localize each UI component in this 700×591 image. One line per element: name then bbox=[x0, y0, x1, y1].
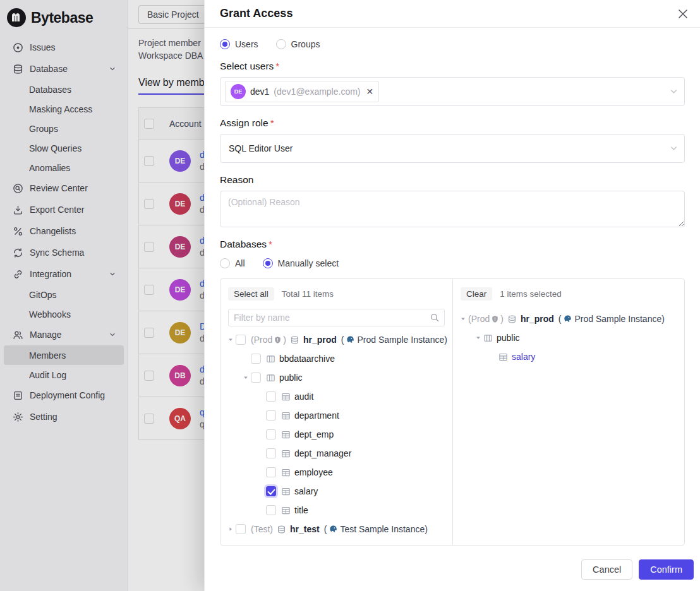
tree-node-public[interactable]: public bbox=[220, 368, 452, 387]
tree-node-audit[interactable]: audit bbox=[220, 387, 452, 406]
schema-icon bbox=[483, 333, 493, 343]
tree-node-hr-test[interactable]: (Test)hr_test(Test Sample Instance) bbox=[220, 520, 452, 539]
checkbox[interactable] bbox=[266, 429, 276, 439]
node-label: public bbox=[497, 333, 520, 343]
radio-all-control[interactable] bbox=[220, 258, 230, 268]
radio-manually-select[interactable]: Manually select bbox=[263, 258, 339, 268]
caret-right-icon[interactable] bbox=[226, 524, 236, 534]
postgres-icon bbox=[563, 314, 572, 324]
cancel-button[interactable]: Cancel bbox=[581, 559, 632, 580]
tree-node-hr-prod[interactable]: (Prod)hr_prod(Prod Sample Instance) bbox=[220, 330, 452, 349]
modal-title: Grant Access bbox=[220, 7, 293, 20]
database-icon bbox=[290, 335, 299, 345]
radio-users[interactable]: Users bbox=[220, 39, 258, 49]
checkbox[interactable] bbox=[266, 467, 276, 477]
radio-all[interactable]: All bbox=[220, 258, 245, 268]
caret-down-icon[interactable] bbox=[241, 373, 251, 383]
caret-down-icon[interactable] bbox=[458, 314, 468, 324]
selected-items-count: 1 items selected bbox=[500, 289, 562, 299]
node-label: hr_prod bbox=[303, 335, 337, 345]
environment-label: (Prod) bbox=[251, 335, 286, 345]
shield-icon bbox=[491, 315, 499, 323]
node-label: hr_prod bbox=[521, 314, 554, 324]
tree-node-dept-emp[interactable]: dept_emp bbox=[220, 425, 452, 444]
environment-label: (Test) bbox=[251, 524, 273, 534]
caret-down-icon[interactable] bbox=[226, 335, 236, 345]
checkbox[interactable] bbox=[266, 391, 276, 402]
node-label: employee bbox=[294, 467, 333, 477]
tree-node-hr-prod[interactable]: (Prod)hr_prod(Prod Sample Instance) bbox=[453, 309, 684, 328]
filter-input-wrap bbox=[228, 309, 445, 326]
checkbox[interactable] bbox=[251, 354, 261, 364]
node-label: audit bbox=[294, 391, 313, 402]
caret-down-icon[interactable] bbox=[473, 333, 483, 343]
remove-user-icon[interactable]: ✕ bbox=[366, 87, 374, 97]
environment-label: (Prod) bbox=[468, 314, 504, 324]
tree-node-salary[interactable]: salary bbox=[453, 347, 684, 366]
tree-node-bbdataarchive[interactable]: bbdataarchive bbox=[220, 349, 452, 368]
radio-users-label: Users bbox=[235, 39, 258, 49]
tree-node-employee[interactable]: employee bbox=[220, 463, 452, 482]
node-label: salary bbox=[294, 486, 318, 496]
select-all-button[interactable]: Select all bbox=[228, 287, 274, 301]
table-icon bbox=[281, 430, 291, 439]
databases-label: Databases* bbox=[220, 239, 685, 250]
checkbox[interactable] bbox=[266, 448, 276, 458]
filter-by-name-input[interactable] bbox=[234, 313, 426, 323]
checkbox[interactable] bbox=[266, 505, 276, 515]
tree-node-salary[interactable]: salary bbox=[220, 482, 452, 501]
table-icon bbox=[281, 506, 291, 515]
postgres-icon bbox=[346, 335, 355, 345]
user-chip-email: (dev1@example.com) bbox=[274, 87, 360, 97]
clear-button[interactable]: Clear bbox=[461, 287, 492, 301]
member-type-radios: Users Groups bbox=[220, 39, 685, 49]
checkbox[interactable] bbox=[251, 373, 261, 383]
radio-manually-select-control[interactable] bbox=[263, 258, 273, 268]
assign-role-value: SQL Editor User bbox=[225, 143, 293, 153]
grant-access-modal: Grant Access Users Groups Select users* … bbox=[204, 0, 700, 591]
tree-node-title[interactable]: title bbox=[220, 501, 452, 520]
tree-node-department[interactable]: department bbox=[220, 406, 452, 425]
node-label: department bbox=[294, 410, 339, 421]
table-icon bbox=[281, 392, 291, 402]
node-label: hr_test bbox=[290, 524, 320, 534]
user-chip-name: dev1 bbox=[250, 87, 269, 97]
table-icon bbox=[498, 352, 508, 362]
assign-role-select[interactable]: SQL Editor User bbox=[220, 134, 685, 163]
close-icon[interactable] bbox=[676, 7, 690, 21]
confirm-button[interactable]: Confirm bbox=[639, 559, 694, 580]
checkbox[interactable] bbox=[236, 335, 246, 345]
radio-groups-label: Groups bbox=[291, 39, 320, 49]
checkbox[interactable] bbox=[266, 486, 276, 496]
checkbox[interactable] bbox=[236, 524, 246, 534]
instance-label: (Test Sample Instance) bbox=[324, 524, 428, 534]
checkbox[interactable] bbox=[266, 410, 276, 421]
table-icon bbox=[281, 411, 291, 421]
node-label: bbdataarchive bbox=[279, 354, 335, 364]
schema-icon bbox=[266, 354, 275, 364]
chevron-down-icon bbox=[670, 88, 678, 96]
schema-icon bbox=[266, 373, 275, 383]
database-picker: Select all Total 11 items (Prod)hr_prod(… bbox=[220, 278, 685, 546]
tree-node-dept-manager[interactable]: dept_manager bbox=[220, 444, 452, 463]
database-icon bbox=[277, 525, 286, 534]
node-label: title bbox=[294, 505, 308, 515]
search-icon bbox=[430, 313, 439, 322]
reason-textarea[interactable] bbox=[220, 191, 685, 227]
node-label: dept_manager bbox=[294, 448, 351, 458]
node-label: public bbox=[279, 373, 303, 383]
radio-users-control[interactable] bbox=[220, 39, 230, 49]
radio-all-label: All bbox=[235, 258, 245, 268]
radio-groups[interactable]: Groups bbox=[276, 39, 320, 49]
instance-label: (Prod Sample Instance) bbox=[558, 314, 665, 324]
user-chip-avatar: DE bbox=[231, 84, 246, 99]
tree-node-public[interactable]: public bbox=[453, 328, 684, 347]
user-chip: DE dev1 (dev1@example.com) ✕ bbox=[225, 81, 379, 102]
modal-header: Grant Access bbox=[205, 0, 700, 28]
radio-groups-control[interactable] bbox=[276, 39, 286, 49]
chevron-down-icon bbox=[670, 145, 678, 153]
postgres-icon bbox=[329, 525, 338, 534]
select-users-input[interactable]: DE dev1 (dev1@example.com) ✕ bbox=[220, 77, 685, 106]
table-icon bbox=[281, 487, 291, 496]
databases-radios: All Manually select bbox=[220, 258, 685, 268]
